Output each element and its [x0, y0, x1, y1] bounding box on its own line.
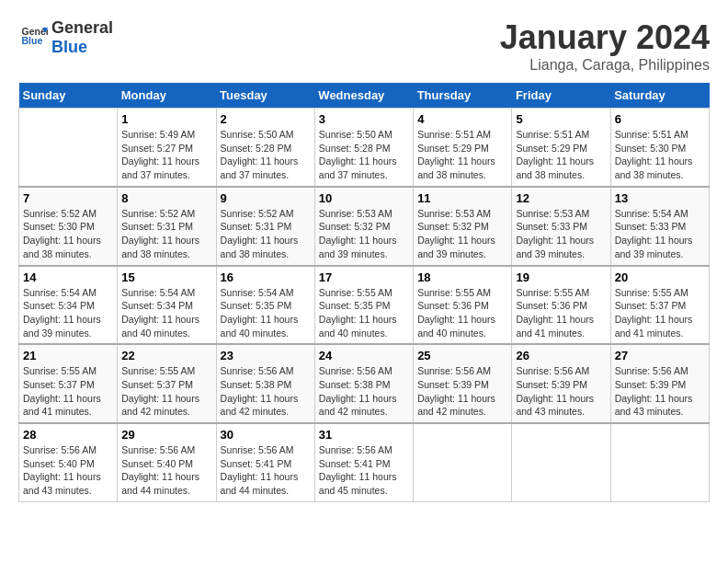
calendar-cell: 6Sunrise: 5:51 AM Sunset: 5:30 PM Daylig… [610, 109, 709, 187]
day-info: Sunrise: 5:54 AM Sunset: 5:34 PM Dayligh… [23, 286, 113, 340]
calendar-body: 1Sunrise: 5:49 AM Sunset: 5:27 PM Daylig… [19, 109, 710, 502]
day-number: 19 [516, 270, 606, 284]
calendar-cell: 1Sunrise: 5:49 AM Sunset: 5:27 PM Daylig… [118, 109, 216, 187]
day-info: Sunrise: 5:56 AM Sunset: 5:38 PM Dayligh… [319, 364, 409, 419]
column-header-friday: Friday [512, 83, 610, 109]
svg-text:Blue: Blue [22, 35, 43, 46]
calendar-cell: 25Sunrise: 5:56 AM Sunset: 5:39 PM Dayli… [414, 344, 512, 423]
day-number: 10 [319, 191, 409, 205]
day-number: 7 [23, 191, 113, 205]
day-info: Sunrise: 5:51 AM Sunset: 5:29 PM Dayligh… [417, 128, 507, 182]
day-number: 2 [221, 112, 311, 126]
calendar-cell: 28Sunrise: 5:56 AM Sunset: 5:40 PM Dayli… [19, 423, 118, 501]
calendar-cell [512, 423, 610, 501]
calendar-cell: 4Sunrise: 5:51 AM Sunset: 5:29 PM Daylig… [414, 109, 512, 187]
day-number: 9 [221, 191, 311, 205]
calendar-cell: 2Sunrise: 5:50 AM Sunset: 5:28 PM Daylig… [216, 109, 314, 187]
day-number: 13 [615, 191, 705, 205]
day-number: 3 [319, 112, 409, 126]
calendar-cell: 14Sunrise: 5:54 AM Sunset: 5:34 PM Dayli… [19, 266, 118, 345]
calendar-cell [19, 109, 118, 187]
page-header: General Blue General Blue January 2024 L… [18, 18, 710, 74]
logo-icon: General Blue [20, 22, 48, 50]
calendar-cell [610, 423, 709, 501]
calendar-cell: 12Sunrise: 5:53 AM Sunset: 5:33 PM Dayli… [512, 187, 610, 266]
title-block: January 2024 Lianga, Caraga, Philippines [500, 18, 710, 74]
day-info: Sunrise: 5:53 AM Sunset: 5:32 PM Dayligh… [417, 207, 507, 261]
calendar-cell [414, 423, 512, 501]
day-number: 6 [615, 112, 705, 126]
week-row-1: 1Sunrise: 5:49 AM Sunset: 5:27 PM Daylig… [19, 109, 710, 187]
column-header-saturday: Saturday [610, 83, 709, 109]
calendar-cell: 20Sunrise: 5:55 AM Sunset: 5:37 PM Dayli… [610, 266, 709, 345]
day-number: 14 [23, 270, 113, 284]
day-info: Sunrise: 5:54 AM Sunset: 5:33 PM Dayligh… [615, 207, 705, 261]
column-header-wednesday: Wednesday [314, 83, 413, 109]
logo: General Blue General Blue [18, 18, 113, 57]
calendar-cell: 30Sunrise: 5:56 AM Sunset: 5:41 PM Dayli… [216, 423, 314, 501]
day-info: Sunrise: 5:55 AM Sunset: 5:36 PM Dayligh… [516, 286, 606, 340]
page-title: January 2024 [500, 18, 710, 57]
day-info: Sunrise: 5:54 AM Sunset: 5:35 PM Dayligh… [221, 286, 311, 340]
calendar-cell: 9Sunrise: 5:52 AM Sunset: 5:31 PM Daylig… [216, 187, 314, 266]
day-info: Sunrise: 5:52 AM Sunset: 5:31 PM Dayligh… [221, 207, 311, 261]
day-info: Sunrise: 5:56 AM Sunset: 5:40 PM Dayligh… [121, 443, 211, 498]
calendar-cell: 23Sunrise: 5:56 AM Sunset: 5:38 PM Dayli… [216, 344, 314, 423]
calendar-cell: 10Sunrise: 5:53 AM Sunset: 5:32 PM Dayli… [314, 187, 413, 266]
day-number: 4 [417, 112, 507, 126]
page-subtitle: Lianga, Caraga, Philippines [500, 57, 710, 74]
calendar-cell: 15Sunrise: 5:54 AM Sunset: 5:34 PM Dayli… [118, 266, 216, 345]
day-number: 16 [221, 270, 311, 284]
day-info: Sunrise: 5:56 AM Sunset: 5:39 PM Dayligh… [516, 364, 606, 419]
day-number: 20 [615, 270, 705, 284]
day-info: Sunrise: 5:55 AM Sunset: 5:36 PM Dayligh… [417, 286, 507, 340]
day-info: Sunrise: 5:55 AM Sunset: 5:37 PM Dayligh… [23, 364, 113, 419]
calendar-cell: 8Sunrise: 5:52 AM Sunset: 5:31 PM Daylig… [118, 187, 216, 266]
day-number: 5 [516, 112, 606, 126]
calendar-cell: 31Sunrise: 5:56 AM Sunset: 5:41 PM Dayli… [314, 423, 413, 501]
calendar-cell: 5Sunrise: 5:51 AM Sunset: 5:29 PM Daylig… [512, 109, 610, 187]
day-number: 30 [221, 428, 311, 442]
column-header-thursday: Thursday [414, 83, 512, 109]
day-info: Sunrise: 5:49 AM Sunset: 5:27 PM Dayligh… [121, 128, 211, 182]
day-info: Sunrise: 5:50 AM Sunset: 5:28 PM Dayligh… [221, 128, 311, 182]
day-number: 31 [319, 428, 409, 442]
day-info: Sunrise: 5:56 AM Sunset: 5:41 PM Dayligh… [221, 443, 311, 498]
day-number: 21 [23, 349, 113, 362]
day-number: 22 [121, 349, 211, 362]
day-info: Sunrise: 5:56 AM Sunset: 5:38 PM Dayligh… [221, 364, 311, 419]
day-number: 26 [516, 349, 606, 362]
column-header-monday: Monday [118, 83, 216, 109]
logo-line1: General [51, 18, 113, 38]
day-number: 12 [516, 191, 606, 205]
day-number: 11 [417, 191, 507, 205]
day-info: Sunrise: 5:51 AM Sunset: 5:29 PM Dayligh… [516, 128, 606, 182]
column-header-sunday: Sunday [19, 83, 118, 109]
day-number: 17 [319, 270, 409, 284]
day-number: 25 [417, 349, 507, 362]
day-info: Sunrise: 5:52 AM Sunset: 5:30 PM Dayligh… [23, 207, 113, 261]
day-info: Sunrise: 5:52 AM Sunset: 5:31 PM Dayligh… [121, 207, 211, 261]
day-info: Sunrise: 5:51 AM Sunset: 5:30 PM Dayligh… [615, 128, 705, 182]
day-info: Sunrise: 5:56 AM Sunset: 5:40 PM Dayligh… [23, 443, 113, 498]
calendar-cell: 16Sunrise: 5:54 AM Sunset: 5:35 PM Dayli… [216, 266, 314, 345]
week-row-5: 28Sunrise: 5:56 AM Sunset: 5:40 PM Dayli… [19, 423, 710, 501]
day-number: 15 [121, 270, 211, 284]
week-row-2: 7Sunrise: 5:52 AM Sunset: 5:30 PM Daylig… [19, 187, 710, 266]
calendar-cell: 24Sunrise: 5:56 AM Sunset: 5:38 PM Dayli… [314, 344, 413, 423]
calendar-cell: 17Sunrise: 5:55 AM Sunset: 5:35 PM Dayli… [314, 266, 413, 345]
day-info: Sunrise: 5:56 AM Sunset: 5:39 PM Dayligh… [615, 364, 705, 419]
day-info: Sunrise: 5:56 AM Sunset: 5:39 PM Dayligh… [417, 364, 507, 419]
column-header-tuesday: Tuesday [216, 83, 314, 109]
calendar-cell: 21Sunrise: 5:55 AM Sunset: 5:37 PM Dayli… [19, 344, 118, 423]
day-number: 23 [221, 349, 311, 362]
logo-line2: Blue [51, 38, 113, 57]
calendar-cell: 11Sunrise: 5:53 AM Sunset: 5:32 PM Dayli… [414, 187, 512, 266]
calendar-cell: 13Sunrise: 5:54 AM Sunset: 5:33 PM Dayli… [610, 187, 709, 266]
day-info: Sunrise: 5:53 AM Sunset: 5:33 PM Dayligh… [516, 207, 606, 261]
day-info: Sunrise: 5:55 AM Sunset: 5:35 PM Dayligh… [319, 286, 409, 340]
day-number: 29 [121, 428, 211, 442]
calendar-cell: 3Sunrise: 5:50 AM Sunset: 5:28 PM Daylig… [314, 109, 413, 187]
calendar-header: SundayMondayTuesdayWednesdayThursdayFrid… [19, 83, 710, 109]
day-number: 28 [23, 428, 113, 442]
